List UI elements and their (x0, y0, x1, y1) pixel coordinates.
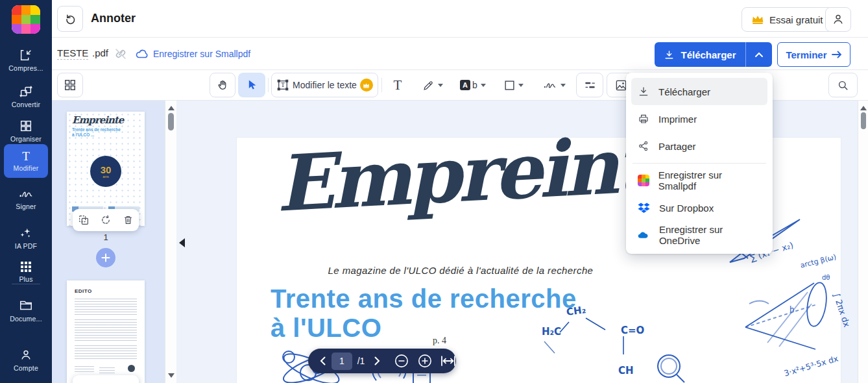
save-to-smallpdf-link[interactable]: Enregistrer sur Smallpdf (153, 49, 250, 59)
page-thumbnail-2[interactable]: EDITO (67, 280, 145, 383)
square-icon (504, 80, 515, 91)
page2-text-block (75, 299, 137, 315)
sidebar-item-sign[interactable]: Signer (0, 182, 52, 216)
download-icon (638, 86, 649, 97)
hand-tool-button[interactable] (210, 73, 235, 97)
menu-item-download[interactable]: Télécharger (631, 78, 767, 105)
organize-icon (19, 119, 33, 133)
form-fields-button[interactable] (576, 73, 603, 97)
page1-number: 1 (67, 232, 145, 242)
thumbnails-toggle-button[interactable] (57, 73, 83, 97)
sidebar: Compres... Convertir Organiser T Modifie… (0, 0, 52, 383)
scrollbar-thumb[interactable] (168, 113, 174, 130)
smallpdf-logo[interactable] (12, 5, 40, 34)
document-subtitle: Le magazine de l'ULCO dédié à l'actualit… (289, 265, 633, 276)
chevron-right-icon (374, 356, 380, 365)
free-trial-button[interactable]: Essai gratuit (741, 7, 833, 32)
next-page-button[interactable] (368, 356, 385, 365)
zoom-in-button[interactable] (418, 354, 432, 368)
zoom-out-button[interactable] (394, 354, 409, 368)
highlight-icon: A (460, 80, 470, 90)
scroll-up-arrow[interactable] (860, 106, 867, 110)
download-menu-toggle[interactable] (746, 42, 772, 67)
download-main-button[interactable]: Télécharger (655, 49, 745, 60)
rotate-icon[interactable] (100, 214, 112, 226)
scroll-down-arrow[interactable] (168, 373, 175, 378)
undo-icon (64, 12, 77, 25)
download-split-button[interactable]: Télécharger (655, 42, 772, 67)
magnifier-doodle (652, 351, 688, 383)
sidebar-item-ai-pdf[interactable]: IA PDF (0, 221, 52, 254)
sidebar-item-organize[interactable]: Organiser (0, 114, 52, 147)
sidebar-item-documents[interactable]: Docume... (0, 293, 52, 327)
menu-item-dropbox[interactable]: Sur Dropbox (631, 194, 767, 221)
sidebar-item-convert[interactable]: Convertir (0, 79, 52, 113)
account-button[interactable] (825, 7, 851, 32)
shape-tool-button[interactable] (495, 73, 532, 97)
pencil-icon (422, 79, 435, 92)
undo-button[interactable] (57, 6, 83, 32)
signature-icon (18, 188, 34, 201)
cloud-icon (135, 47, 149, 60)
page-number-input[interactable]: 1 (332, 352, 352, 370)
edit-text-button[interactable]: T Modifier le texte (271, 73, 378, 97)
scrollbar-thumb[interactable] (861, 112, 866, 129)
filename-field[interactable]: TESTE (57, 47, 88, 60)
chevron-up-icon (754, 52, 764, 58)
previous-page-button[interactable] (315, 356, 332, 365)
chevron-down-icon (561, 84, 566, 87)
person-icon (19, 348, 33, 362)
download-icon (664, 49, 675, 60)
panel-collapse-handle[interactable] (179, 238, 185, 247)
highlight-tool-button[interactable]: A b (454, 73, 492, 97)
add-text-button[interactable]: T (385, 73, 411, 97)
page2-hover-toolbar (73, 375, 139, 383)
finish-button[interactable]: Terminer (777, 42, 850, 67)
sidebar-divider (12, 284, 40, 284)
search-icon (837, 79, 849, 92)
highlight-icon-b: b (472, 80, 477, 90)
page2-footer-stamp (128, 365, 135, 372)
add-page-button[interactable] (96, 248, 115, 267)
main-column: Annoter Essai gratuit TESTE .pdf Enregis… (52, 0, 868, 383)
sign-tool-button[interactable] (535, 73, 573, 97)
thumbnail-scrollbar[interactable] (165, 101, 176, 383)
sidebar-item-label: Organiser (10, 135, 42, 143)
text-tool-icon: T (394, 77, 402, 93)
text-frame-icon: T (276, 79, 289, 92)
menu-item-onedrive[interactable]: Enregistrer sur OneDrive (631, 221, 767, 249)
free-trial-label: Essai gratuit (769, 14, 823, 25)
menu-item-save-smallpdf[interactable]: Enregistrer sur Smallpdf (631, 167, 767, 194)
sidebar-item-compress[interactable]: Compres... (0, 43, 52, 77)
link-off-icon[interactable] (114, 47, 128, 61)
page2-heading: EDITO (75, 288, 92, 294)
search-button[interactable] (828, 73, 858, 97)
cover-headline: Trente ans de recherche à l'ULCO ... (72, 127, 121, 138)
filename-extension: .pdf (92, 47, 108, 58)
sidebar-item-label: Compte (14, 364, 38, 372)
premium-badge (360, 79, 373, 92)
draw-tool-button[interactable] (414, 73, 451, 97)
fit-width-button[interactable] (440, 356, 456, 366)
document-title: Empreinte (274, 118, 667, 229)
trash-icon[interactable] (123, 214, 134, 226)
menu-item-print[interactable]: Imprimer (631, 105, 767, 132)
form-fields-icon (584, 79, 596, 92)
chevron-down-icon (518, 84, 524, 87)
sidebar-item-label: Plus (19, 275, 32, 283)
anniversary-badge: 30 ans (90, 156, 121, 187)
duplicate-icon[interactable] (78, 214, 90, 226)
sidebar-item-account[interactable]: Compte (0, 343, 52, 377)
chevron-down-icon (481, 84, 486, 87)
cursor-icon (245, 79, 258, 92)
sidebar-item-modify[interactable]: T Modifier (4, 144, 48, 178)
modify-icon: T (22, 150, 30, 162)
grid-icon (64, 79, 76, 91)
smallpdf-logo (638, 175, 649, 186)
select-tool-button[interactable] (238, 73, 265, 97)
scroll-up-arrow[interactable] (168, 106, 175, 110)
menu-item-share[interactable]: Partager (631, 132, 767, 160)
compress-icon (19, 48, 33, 62)
document-scrollbar[interactable] (858, 101, 868, 383)
page2-text-block (75, 345, 137, 360)
